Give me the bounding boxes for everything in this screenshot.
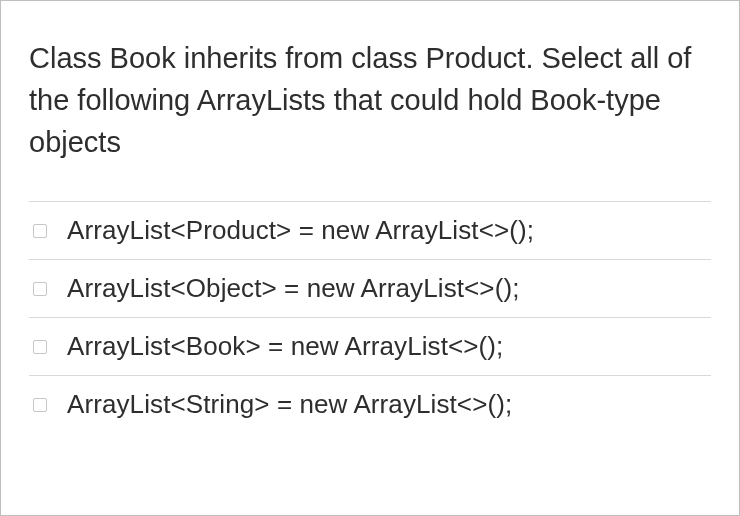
checkbox[interactable]	[33, 224, 47, 238]
question-text: Class Book inherits from class Product. …	[29, 37, 711, 163]
question-card: Class Book inherits from class Product. …	[0, 0, 740, 516]
option-row[interactable]: ArrayList<Object> = new ArrayList<>();	[29, 260, 711, 318]
checkbox[interactable]	[33, 282, 47, 296]
option-label: ArrayList<Product> = new ArrayList<>();	[67, 215, 534, 246]
option-row[interactable]: ArrayList<Product> = new ArrayList<>();	[29, 202, 711, 260]
option-label: ArrayList<String> = new ArrayList<>();	[67, 389, 512, 420]
option-label: ArrayList<Book> = new ArrayList<>();	[67, 331, 503, 362]
option-row[interactable]: ArrayList<Book> = new ArrayList<>();	[29, 318, 711, 376]
option-label: ArrayList<Object> = new ArrayList<>();	[67, 273, 520, 304]
checkbox[interactable]	[33, 398, 47, 412]
option-row[interactable]: ArrayList<String> = new ArrayList<>();	[29, 376, 711, 433]
checkbox[interactable]	[33, 340, 47, 354]
options-list: ArrayList<Product> = new ArrayList<>(); …	[29, 201, 711, 433]
